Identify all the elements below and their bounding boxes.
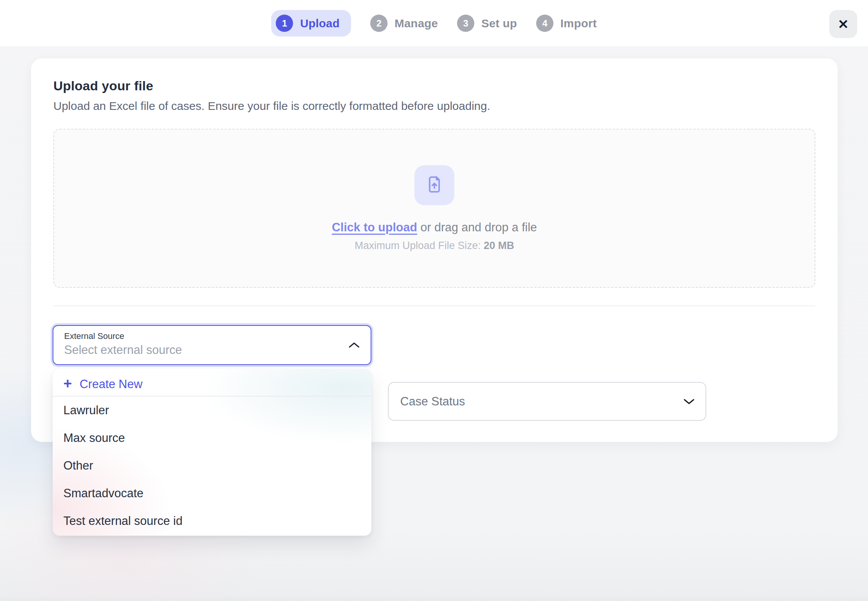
external-source-dropdown: + Create New Lawruler Max source Other S… (53, 369, 371, 536)
dropdown-option-lawruler[interactable]: Lawruler (53, 397, 371, 424)
step-manage[interactable]: 2 Manage (370, 15, 438, 32)
max-size-value: 20 MB (484, 240, 514, 251)
drag-drop-hint: or drag and drop a file (421, 221, 537, 234)
step-number-badge: 3 (457, 15, 474, 32)
create-new-label: Create New (80, 377, 142, 391)
close-icon: ✕ (838, 17, 849, 32)
wizard-stepper: 1 Upload 2 Manage 3 Set up 4 Import (271, 10, 596, 37)
external-source-placeholder: Select external source (64, 343, 344, 357)
file-upload-icon (424, 174, 445, 196)
section-divider (53, 305, 815, 306)
case-status-select[interactable]: Case Status (388, 382, 706, 421)
step-upload[interactable]: 1 Upload (271, 10, 351, 37)
step-set-up[interactable]: 3 Set up (457, 15, 517, 32)
chevron-up-icon (348, 342, 360, 349)
dropdown-option-test-external-source-id[interactable]: Test external source id (53, 507, 371, 535)
step-number-badge: 4 (536, 15, 553, 32)
step-number-badge: 1 (276, 15, 293, 32)
dropzone-instruction: Click to upload or drag and drop a file (332, 221, 537, 234)
step-label: Set up (481, 17, 517, 30)
max-size-label: Maximum Upload File Size: (354, 240, 481, 251)
dropdown-option-max-source[interactable]: Max source (53, 424, 371, 452)
click-to-upload-link[interactable]: Click to upload (332, 221, 417, 234)
step-import[interactable]: 4 Import (536, 15, 597, 32)
dropdown-option-smartadvocate[interactable]: Smartadvocate (53, 480, 371, 507)
step-label: Manage (394, 17, 438, 30)
step-label: Upload (300, 17, 340, 30)
wizard-header: 1 Upload 2 Manage 3 Set up 4 Import (0, 0, 868, 47)
max-file-size-note: Maximum Upload File Size: 20 MB (354, 240, 514, 252)
upload-icon-tile (414, 165, 454, 205)
page-title: Upload your file (53, 78, 815, 93)
case-status-placeholder: Case Status (400, 395, 465, 408)
step-number-badge: 2 (370, 15, 388, 32)
chevron-down-icon (683, 398, 695, 405)
upload-wizard-modal: 1 Upload 2 Manage 3 Set up 4 Import ✕ Up… (0, 0, 868, 601)
dropdown-option-other[interactable]: Other (53, 452, 371, 480)
create-new-option[interactable]: + Create New (53, 373, 371, 396)
close-button[interactable]: ✕ (829, 10, 857, 38)
plus-icon: + (63, 376, 72, 391)
external-source-select[interactable]: External Source Select external source (53, 325, 371, 365)
page-subtitle: Upload an Excel file of cases. Ensure yo… (53, 100, 815, 113)
external-source-label: External Source (64, 331, 344, 341)
file-dropzone[interactable]: Click to upload or drag and drop a file … (53, 129, 815, 288)
step-label: Import (560, 17, 597, 30)
